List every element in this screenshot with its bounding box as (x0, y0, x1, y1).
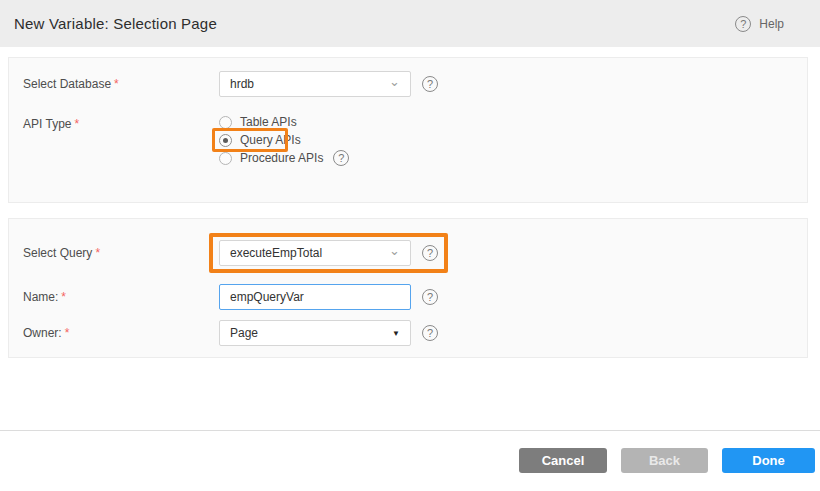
owner-help-icon[interactable]: ? (422, 325, 438, 341)
database-section: Select Database* hrdb ⌄ ? API Type* Tabl… (8, 57, 808, 203)
query-dropdown[interactable]: executeEmpTotal ⌄ (219, 240, 411, 266)
required-asterisk: * (114, 77, 119, 91)
select-query-row: Select Query* executeEmpTotal ⌄ ? (9, 233, 807, 273)
name-help-icon[interactable]: ? (422, 289, 438, 305)
query-section: Select Query* executeEmpTotal ⌄ ? Name:*… (8, 218, 808, 358)
owner-select[interactable]: Page ▼ (219, 320, 411, 346)
cancel-button[interactable]: Cancel (519, 448, 607, 473)
footer-divider (0, 430, 820, 431)
owner-select-value: Page (230, 326, 258, 340)
radio-option-procedure-apis[interactable]: Procedure APIs ? (219, 149, 349, 167)
database-dropdown-value: hrdb (230, 77, 254, 91)
api-type-label: API Type* (23, 115, 219, 131)
database-help-icon[interactable]: ? (422, 76, 438, 92)
annotation-highlight-select-query: executeEmpTotal ⌄ ? (209, 233, 448, 273)
radio-icon[interactable] (219, 116, 232, 129)
required-asterisk: * (74, 117, 79, 131)
back-button[interactable]: Back (621, 448, 708, 473)
help-icon: ? (735, 16, 751, 32)
required-asterisk: * (61, 290, 66, 304)
footer-actions: Cancel Back Done (519, 448, 815, 473)
database-dropdown[interactable]: hrdb ⌄ (219, 71, 411, 97)
select-database-row: Select Database* hrdb ⌄ ? (9, 71, 807, 97)
api-type-row: API Type* Table APIs Query APIs Procedur… (9, 115, 807, 167)
radio-option-table-apis[interactable]: Table APIs (219, 113, 349, 131)
query-dropdown-value: executeEmpTotal (230, 246, 322, 260)
name-label: Name:* (23, 290, 219, 304)
owner-label: Owner:* (23, 326, 219, 340)
select-query-label: Select Query* (23, 246, 219, 260)
owner-row: Owner:* Page ▼ ? (9, 320, 807, 346)
done-button[interactable]: Done (722, 448, 815, 473)
help-label: Help (759, 17, 784, 31)
required-asterisk: * (95, 246, 100, 260)
radio-icon-selected[interactable] (219, 134, 232, 147)
select-database-label: Select Database* (23, 77, 219, 91)
help-link[interactable]: ? Help (735, 16, 784, 32)
name-input[interactable] (219, 284, 411, 310)
chevron-down-icon: ⌄ (389, 77, 400, 87)
triangle-down-icon: ▼ (392, 329, 400, 338)
page-title: New Variable: Selection Page (14, 15, 217, 32)
required-asterisk: * (65, 326, 70, 340)
radio-option-query-apis[interactable]: Query APIs (219, 131, 349, 149)
query-help-icon[interactable]: ? (422, 245, 438, 261)
api-type-radio-group: Table APIs Query APIs Procedure APIs ? (219, 113, 349, 167)
radio-icon[interactable] (219, 152, 232, 165)
name-row: Name:* ? (9, 284, 807, 310)
procedure-apis-help-icon[interactable]: ? (333, 150, 349, 166)
chevron-down-icon: ⌄ (389, 246, 400, 256)
dialog-header: New Variable: Selection Page ? Help (0, 0, 820, 47)
